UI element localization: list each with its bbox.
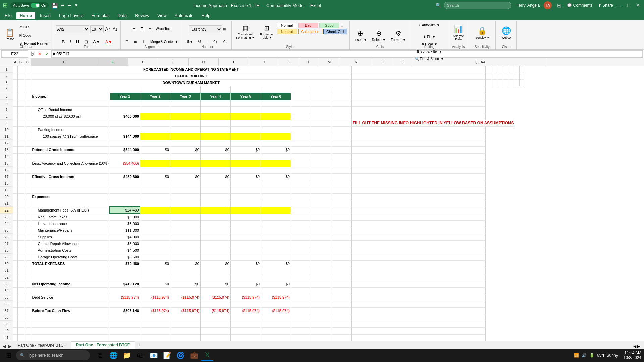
cell-I28[interactable] xyxy=(230,247,261,254)
cell-M10[interactable] xyxy=(331,126,351,133)
format-as-table-button[interactable]: ⊞ Format asTable ▼ xyxy=(258,23,276,41)
table-row[interactable] xyxy=(13,100,524,106)
minimize-btn[interactable]: — xyxy=(616,2,623,9)
cell-J32[interactable] xyxy=(261,274,291,281)
cell-H36[interactable] xyxy=(200,301,230,307)
cell-I18[interactable] xyxy=(230,180,261,187)
cell-E5[interactable]: Year 1 xyxy=(110,93,140,100)
cell-E17[interactable]: $489,600 xyxy=(110,173,140,180)
cell-J25[interactable] xyxy=(261,227,291,234)
cell-I20[interactable] xyxy=(230,193,261,200)
cell-J33[interactable]: $0 xyxy=(261,281,291,287)
cell-G12[interactable] xyxy=(170,140,200,146)
cell-M5[interactable] xyxy=(331,93,351,100)
cell-L19[interactable] xyxy=(311,187,331,193)
cell-A30[interactable] xyxy=(13,260,17,267)
cell-G6[interactable] xyxy=(170,100,200,106)
cell-L14[interactable] xyxy=(311,153,331,160)
cell-K8[interactable] xyxy=(291,113,311,120)
cell-F25[interactable] xyxy=(140,227,170,234)
cell-H22[interactable] xyxy=(200,207,230,214)
cell-F10[interactable] xyxy=(140,126,170,133)
table-row[interactable]: Real Estate Taxes$9,000 xyxy=(13,214,524,220)
cell-C13[interactable] xyxy=(24,146,31,153)
align-top-button[interactable]: ⊤ xyxy=(123,38,131,45)
cell-E15[interactable]: ($54,400) xyxy=(110,160,140,167)
italic-button[interactable]: I xyxy=(68,38,73,45)
cell-J15[interactable] xyxy=(261,160,291,167)
cell-N21[interactable] xyxy=(351,200,485,207)
cell-L11[interactable] xyxy=(311,133,331,140)
cell-L28[interactable] xyxy=(311,247,331,254)
accounting-format-button[interactable]: $▼ xyxy=(185,38,195,45)
cell-F16[interactable] xyxy=(140,167,170,173)
cell-B6[interactable] xyxy=(17,100,24,106)
cell-K12[interactable] xyxy=(291,140,311,146)
cell-A29[interactable] xyxy=(13,254,17,260)
cell-M27[interactable] xyxy=(331,240,351,247)
cell-L21[interactable] xyxy=(311,200,331,207)
cell-L17[interactable] xyxy=(311,173,331,180)
cell-F9[interactable] xyxy=(140,120,170,126)
cell-D31[interactable] xyxy=(31,267,110,274)
cell-G39[interactable] xyxy=(170,321,200,327)
cell-A10[interactable] xyxy=(13,126,17,133)
cell-N24[interactable] xyxy=(351,220,485,227)
cell-J36[interactable] xyxy=(261,301,291,307)
cell-E34[interactable] xyxy=(110,287,140,294)
cell-K21[interactable] xyxy=(291,200,311,207)
table-row[interactable] xyxy=(13,267,524,274)
cell-F15[interactable] xyxy=(140,160,170,167)
cell-D22[interactable]: Management Fees (5% of EGI) xyxy=(31,207,110,214)
cell-E12[interactable] xyxy=(110,140,140,146)
cell-M34[interactable] xyxy=(331,287,351,294)
search-icon[interactable]: 🔍 xyxy=(436,3,441,8)
cell-K40[interactable] xyxy=(291,327,311,334)
cell-K18[interactable] xyxy=(291,180,311,187)
table-row[interactable] xyxy=(13,274,524,281)
cell-N22[interactable] xyxy=(351,207,485,214)
cell-C20[interactable] xyxy=(24,193,31,200)
cell-G29[interactable] xyxy=(170,254,200,260)
cell-M14[interactable] xyxy=(331,153,351,160)
table-row[interactable] xyxy=(13,287,524,294)
cell-C23[interactable] xyxy=(24,214,31,220)
cell-K17[interactable] xyxy=(291,173,311,180)
cell-B12[interactable] xyxy=(17,140,24,146)
cell-F1[interactable] xyxy=(485,66,491,73)
cell-N4[interactable] xyxy=(351,86,485,93)
taskbar-word[interactable]: 📝 xyxy=(161,349,173,361)
cell-A4[interactable] xyxy=(13,86,17,93)
cell-H33[interactable]: $0 xyxy=(200,281,230,287)
cell-I29[interactable] xyxy=(230,254,261,260)
cell-J31[interactable] xyxy=(261,267,291,274)
cell-N41[interactable] xyxy=(351,334,485,341)
cell-N37[interactable] xyxy=(351,307,485,314)
cell-K15[interactable] xyxy=(291,160,311,167)
cell-B37[interactable] xyxy=(17,307,24,314)
cell-L23[interactable] xyxy=(311,214,331,220)
cell-M23[interactable] xyxy=(331,214,351,220)
cell-F5[interactable]: Year 2 xyxy=(140,93,170,100)
cell-C14[interactable] xyxy=(24,153,31,160)
cell-J18[interactable] xyxy=(261,180,291,187)
cell-A7[interactable] xyxy=(13,106,17,113)
col-header-m[interactable]: M xyxy=(319,58,339,66)
cell-I36[interactable] xyxy=(230,301,261,307)
cell-N32[interactable] xyxy=(351,274,485,281)
cell-L2[interactable] xyxy=(517,73,520,79)
cell-K2[interactable] xyxy=(515,73,517,79)
cell-E14[interactable] xyxy=(110,153,140,160)
cell-M1[interactable] xyxy=(520,66,522,73)
cell-J27[interactable] xyxy=(261,240,291,247)
search-bar[interactable]: Search xyxy=(444,2,511,9)
cell-M11[interactable] xyxy=(331,133,351,140)
cell-G31[interactable] xyxy=(170,267,200,274)
taskbar-mail[interactable]: 📧 xyxy=(148,349,160,361)
cell-F3[interactable] xyxy=(485,79,491,86)
cell-J11[interactable] xyxy=(261,133,291,140)
sheet-tab-year-one[interactable]: Part One - Year-One BTCF xyxy=(13,342,71,349)
taskbar-edge[interactable]: 🌐 xyxy=(107,349,119,361)
cell-L38[interactable] xyxy=(311,314,331,321)
cell-N17[interactable] xyxy=(351,173,485,180)
